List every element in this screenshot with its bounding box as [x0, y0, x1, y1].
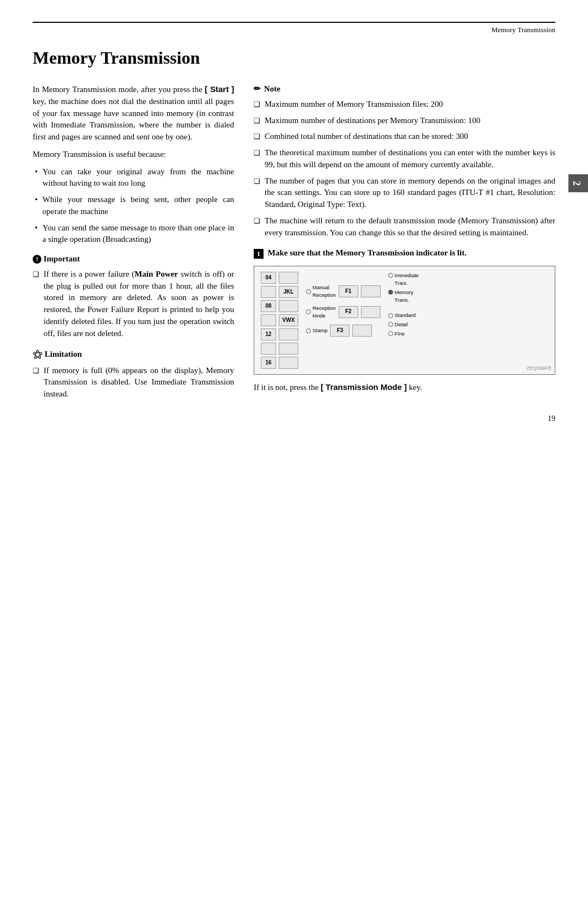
immediate-trans-radio-row: ImmediateTrars.: [388, 272, 419, 287]
key-f3: F3: [330, 325, 350, 337]
manual-reception-label: ManualReception: [313, 284, 336, 299]
key-jkl: JKL: [279, 286, 298, 298]
stamp-label: Stamp: [313, 327, 327, 334]
note-item-5: ❑ The number of pages that you can store…: [254, 175, 555, 211]
panel-row-f2: ReceptionMode F2: [306, 304, 381, 320]
standard-label: Standard: [395, 312, 416, 319]
note-item-4: ❑ The theoretical maximum number of dest…: [254, 147, 555, 171]
header-bar: Memory Transmission: [33, 22, 555, 40]
panel-inner: 04 JKL 08 VWX: [261, 272, 548, 369]
important-icon: !: [33, 255, 41, 264]
checkbox-symbol: ❑: [254, 116, 260, 126]
key-blank-f3: [352, 325, 372, 337]
radio-stamp: [306, 328, 311, 333]
key-blank-f2: [361, 306, 381, 318]
key-vwx-num: [261, 314, 276, 326]
key-blank: [279, 357, 298, 369]
note-section: ✏ Note ❑ Maximum number of Memory Transm…: [254, 83, 555, 239]
note-item-6: ❑ The machine will return to the default…: [254, 215, 555, 239]
panel-key-row: 16: [261, 357, 298, 369]
radio-immediate-trans: [388, 273, 393, 278]
key-blank: [279, 272, 298, 284]
limitation-item: ❑ If memory is full (0% appears on the d…: [33, 365, 234, 400]
radio-manual-reception: [306, 289, 311, 294]
page-number: 19: [548, 413, 555, 424]
pencil-icon: ✏: [254, 83, 261, 95]
resolution-group: Standard Detail Fine: [388, 312, 419, 337]
panel-right: ImmediateTrars. MemoryTrans. Standard: [388, 272, 419, 337]
panel-row-f3: Stamp F3: [306, 325, 381, 337]
key-blank: [279, 328, 298, 340]
immediate-trans-label: ImmediateTrars.: [395, 272, 419, 287]
header-title: Memory Transmission: [492, 26, 555, 34]
radio-detail: [388, 322, 393, 327]
panel-middle: ManualReception F1 ReceptionMode F2: [306, 272, 381, 337]
intro-paragraph-2: Memory Transmission is useful because:: [33, 149, 234, 161]
content-area: In Memory Transmission mode, after you p…: [33, 83, 555, 408]
key-blank-f1: [361, 285, 381, 297]
panel-key-row: [261, 343, 298, 355]
detail-label: Detail: [395, 321, 408, 328]
key-empty: [261, 343, 276, 355]
note-item-3: ❑ Combined total number of destinations …: [254, 131, 555, 143]
checkbox-symbol: ❑: [33, 270, 39, 280]
checkbox-symbol: ❑: [254, 100, 260, 110]
fine-radio-row: Fine: [388, 330, 419, 338]
panel-image-ref: ZEQS06FE: [526, 365, 552, 372]
key-jkl-num: [261, 286, 276, 298]
note-header: ✏ Note: [254, 83, 555, 95]
radio-reception-mode: [306, 309, 311, 314]
panel-left-keys: 04 JKL 08 VWX: [261, 272, 298, 369]
key-04: 04: [261, 272, 276, 284]
manual-reception-radio: ManualReception: [306, 284, 336, 299]
step-1: 1 Make sure that the Memory Transmission…: [254, 247, 555, 259]
limitation-header: ⚝ Limitation: [33, 347, 234, 361]
intro-paragraph-1: In Memory Transmission mode, after you p…: [33, 83, 234, 143]
key-vwx: VWX: [279, 314, 298, 326]
step-number: 1: [254, 249, 264, 259]
right-column: ✏ Note ❑ Maximum number of Memory Transm…: [254, 83, 555, 408]
reception-mode-radio: ReceptionMode: [306, 304, 336, 320]
key-blank: [279, 343, 298, 355]
important-section: ! Important ❑ If there is a power failur…: [33, 253, 234, 339]
follow-up-text: If it is not, press the [ Transmission M…: [254, 381, 555, 394]
list-item: You can take your original away from the…: [33, 166, 234, 190]
checkbox-symbol: ❑: [254, 176, 260, 187]
panel-key-row: 12: [261, 328, 298, 340]
memory-trans-label: MemoryTrans.: [395, 289, 413, 304]
control-panel-diagram: 04 JKL 08 VWX: [254, 266, 555, 375]
key-12: 12: [261, 328, 276, 340]
radio-memory-trans: [388, 290, 393, 295]
panel-row-f1: ManualReception F1: [306, 284, 381, 299]
key-f2: F2: [339, 306, 358, 318]
fine-label: Fine: [395, 330, 405, 338]
key-16: 16: [261, 357, 276, 369]
key-blank: [279, 300, 298, 312]
note-item-1: ❑ Maximum number of Memory Transmission …: [254, 99, 555, 111]
list-item: You can send the same message to more th…: [33, 222, 234, 246]
memory-trans-radio-row: MemoryTrans.: [388, 289, 419, 304]
panel-key-row: VWX: [261, 314, 298, 326]
immediate-trans-group: ImmediateTrars. MemoryTrans.: [388, 272, 419, 303]
page-title: Memory Transmission: [33, 45, 555, 70]
limitation-icon: ⚝: [33, 347, 42, 361]
standard-radio-row: Standard: [388, 312, 419, 319]
checkbox-symbol: ❑: [254, 132, 260, 142]
checkbox-symbol: ❑: [254, 216, 260, 227]
list-item: While your message is being sent, other …: [33, 194, 234, 218]
important-header: ! Important: [33, 253, 234, 265]
bullet-list: You can take your original away from the…: [33, 166, 234, 246]
stamp-radio: Stamp: [306, 327, 327, 334]
checkbox-symbol: ❑: [254, 148, 260, 158]
panel-key-row: JKL: [261, 286, 298, 298]
panel-key-row: 08: [261, 300, 298, 312]
note-item-2: ❑ Maximum number of destinations per Mem…: [254, 115, 555, 127]
checkbox-symbol: ❑: [33, 366, 39, 376]
reception-mode-label: ReceptionMode: [313, 304, 336, 320]
limitation-section: ⚝ Limitation ❑ If memory is full (0% app…: [33, 347, 234, 400]
important-item: ❑ If there is a power failure (Main Powe…: [33, 269, 234, 340]
key-f1: F1: [339, 285, 358, 297]
chapter-tab: 2: [568, 174, 588, 192]
key-08: 08: [261, 300, 276, 312]
detail-radio-row: Detail: [388, 321, 419, 328]
